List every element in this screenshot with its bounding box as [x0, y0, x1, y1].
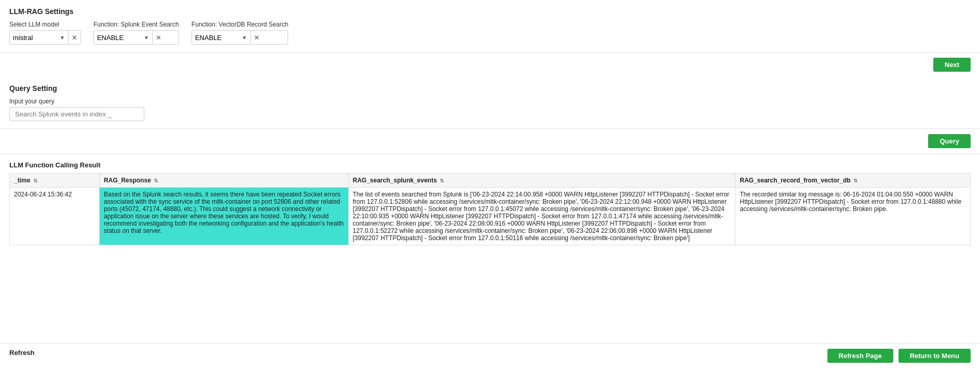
- function-splunk-select[interactable]: ENABLE DISABLE: [94, 33, 141, 43]
- query-button[interactable]: Query: [928, 134, 971, 148]
- function-vector-select[interactable]: ENABLE DISABLE: [192, 33, 239, 43]
- function-vector-label: Function: VectorDB Record Search: [192, 21, 289, 28]
- result-table: _time ⇅ RAG_Response ⇅ RAG_search_splunk…: [9, 173, 971, 245]
- settings-row: Select LLM model mistral gpt-4 llama2 ▼ …: [9, 21, 971, 45]
- llm-model-clear-icon[interactable]: ✕: [68, 31, 80, 44]
- next-button[interactable]: Next: [933, 58, 971, 72]
- cell-splunk-events: The list of events searched from Splunk …: [348, 188, 736, 245]
- function-vector-field-group: Function: VectorDB Record Search ENABLE …: [192, 21, 289, 45]
- function-splunk-dropdown-icon: ▼: [141, 35, 152, 41]
- llm-model-field-group: Select LLM model mistral gpt-4 llama2 ▼ …: [9, 21, 81, 45]
- sort-icon-vector: ⇅: [853, 178, 857, 183]
- cell-vector-db: The recorded similar log message is: 06-…: [736, 188, 971, 245]
- table-row: 2024-06-24 15:36:42Based on the Splunk s…: [10, 188, 971, 245]
- query-setting-section: Query Setting Input your query: [0, 77, 980, 129]
- function-vector-select-wrapper[interactable]: ENABLE DISABLE ▼ ✕: [192, 30, 289, 45]
- llm-model-label: Select LLM model: [9, 21, 81, 28]
- query-button-row: Query: [0, 129, 980, 154]
- function-splunk-field-group: Function: Splunk Event Search ENABLE DIS…: [93, 21, 179, 45]
- sort-icon-time: ⇅: [33, 178, 37, 183]
- cell-time: 2024-06-24 15:36:42: [10, 188, 100, 245]
- table-header-row: _time ⇅ RAG_Response ⇅ RAG_search_splunk…: [10, 174, 971, 188]
- sort-icon-splunk: ⇅: [440, 178, 444, 183]
- function-splunk-select-wrapper[interactable]: ENABLE DISABLE ▼ ✕: [93, 30, 179, 45]
- result-title: LLM Function Calling Result: [9, 161, 971, 169]
- llm-rag-settings-title: LLM-RAG Settings: [9, 7, 971, 16]
- col-time: _time ⇅: [10, 174, 100, 188]
- llm-model-select[interactable]: mistral gpt-4 llama2: [10, 33, 57, 43]
- query-setting-title: Query Setting: [9, 84, 971, 93]
- next-button-row: Next: [0, 52, 980, 77]
- result-section: LLM Function Calling Result _time ⇅ RAG_…: [0, 154, 980, 245]
- function-vector-dropdown-icon: ▼: [239, 35, 250, 41]
- sort-icon-rag: ⇅: [154, 178, 158, 183]
- query-input-field-group: Input your query: [9, 98, 971, 121]
- col-splunk-events: RAG_search_splunk_events ⇅: [348, 174, 736, 188]
- function-splunk-label: Function: Splunk Event Search: [93, 21, 179, 28]
- cell-rag-response: Based on the Splunk search results, it s…: [100, 188, 348, 245]
- query-input[interactable]: [9, 107, 144, 121]
- llm-rag-settings-section: LLM-RAG Settings Select LLM model mistra…: [0, 0, 980, 52]
- function-splunk-clear-icon[interactable]: ✕: [152, 31, 165, 44]
- col-rag-response: RAG_Response ⇅: [100, 174, 348, 188]
- llm-model-select-wrapper[interactable]: mistral gpt-4 llama2 ▼ ✕: [9, 30, 81, 45]
- llm-model-dropdown-icon: ▼: [57, 35, 68, 41]
- query-input-label: Input your query: [9, 98, 971, 105]
- function-vector-clear-icon[interactable]: ✕: [250, 31, 263, 44]
- result-table-wrapper: _time ⇅ RAG_Response ⇅ RAG_search_splunk…: [9, 173, 971, 245]
- col-vector-db: RAG_search_record_from_vector_db ⇅: [736, 174, 971, 188]
